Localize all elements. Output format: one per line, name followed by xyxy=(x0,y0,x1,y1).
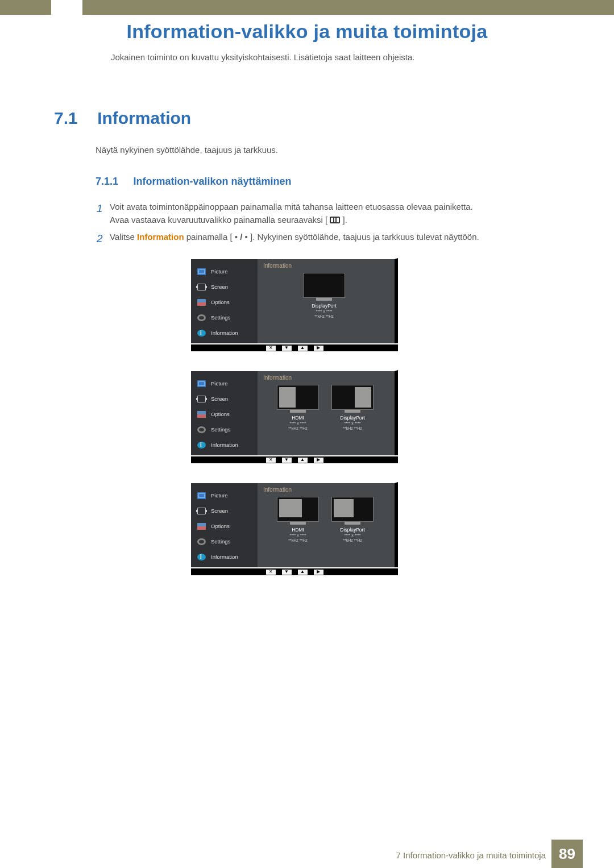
subsection-number: 7.1.1 xyxy=(96,176,118,187)
sidebar-item-settings[interactable]: Settings xyxy=(191,422,258,437)
nav-down-button[interactable]: ▼ xyxy=(282,346,292,351)
signal-resolution: **** x **** xyxy=(303,309,345,314)
step-number: 1 xyxy=(97,200,110,227)
monitor-left: HDMI **** x **** **kHz **Hz xyxy=(277,385,319,431)
sidebar-item-label: Picture xyxy=(211,268,228,275)
chapter-title: Information-valikko ja muita toimintoja xyxy=(0,20,614,43)
monitor-right: DisplayPort **** x **** **kHz **Hz xyxy=(331,497,374,543)
page-number: 89 xyxy=(551,840,583,868)
options-icon xyxy=(197,299,206,306)
sidebar-item-label: Settings xyxy=(211,538,230,545)
osd-pane-title: Information xyxy=(263,487,389,493)
sidebar-item-picture[interactable]: Picture xyxy=(191,488,258,503)
nav-right-button[interactable]: ▶ xyxy=(314,458,323,463)
sidebar-item-label: Settings xyxy=(211,314,230,321)
header-band xyxy=(0,0,614,15)
osd-panel-single: Picture Screen Options Settings Informat… xyxy=(191,258,398,351)
close-icon: ✕ xyxy=(269,346,273,350)
sidebar-item-label: Picture xyxy=(211,380,228,387)
sidebar-item-label: Screen xyxy=(211,396,228,402)
signal-source: HDMI xyxy=(277,527,319,533)
nav-close-button[interactable]: ✕ xyxy=(266,346,276,351)
section-desc: Näytä nykyinen syöttölähde, taajuus ja t… xyxy=(96,145,278,155)
close-icon: ✕ xyxy=(269,458,273,462)
step-2: 2 Valitse Information painamalla [ • / •… xyxy=(97,230,563,247)
signal-frequency: **kHz **Hz xyxy=(277,426,319,431)
signal-resolution: **** x **** xyxy=(331,533,374,538)
close-icon: ✕ xyxy=(269,570,273,574)
sidebar-item-screen[interactable]: Screen xyxy=(191,279,258,294)
nav-up-button[interactable]: ▲ xyxy=(298,570,308,575)
nav-right-button[interactable]: ▶ xyxy=(314,570,323,575)
signal-resolution: **** x **** xyxy=(331,421,374,426)
sidebar-item-label: Options xyxy=(211,411,230,417)
picture-icon xyxy=(197,492,206,499)
menu-icon xyxy=(330,217,340,223)
osd-sidebar: Picture Screen Options Settings Informat… xyxy=(191,371,258,455)
nav-close-button[interactable]: ✕ xyxy=(266,570,276,575)
step1-line1: Voit avata toimintonäppäinoppaan painama… xyxy=(110,202,473,211)
nav-up-button[interactable]: ▲ xyxy=(298,458,308,463)
settings-icon xyxy=(197,314,206,321)
sidebar-item-label: Options xyxy=(211,299,230,305)
section-header: 7.1 Information xyxy=(54,109,191,128)
sidebar-item-picture[interactable]: Picture xyxy=(191,376,258,391)
screen-icon xyxy=(197,396,206,402)
right-icon: ▶ xyxy=(317,458,320,462)
osd-sidebar: Picture Screen Options Settings Informat… xyxy=(191,259,258,343)
signal-frequency: **kHz **Hz xyxy=(331,426,374,431)
sidebar-item-label: Information xyxy=(211,442,238,448)
step2-d: • ]. Nykyinen syöttölähde, taajuus ja ta… xyxy=(242,232,479,242)
step-text: Valitse Information painamalla [ • / • ]… xyxy=(110,230,479,247)
sidebar-item-information[interactable]: Information xyxy=(191,325,258,340)
osd-panel-pbp: Picture Screen Options Settings Informat… xyxy=(191,370,398,463)
nav-down-button[interactable]: ▼ xyxy=(282,458,292,463)
sidebar-item-picture[interactable]: Picture xyxy=(191,264,258,279)
osd-navbar: ✕ ▼ ▲ ▶ xyxy=(191,455,398,463)
step-list: 1 Voit avata toimintonäppäinoppaan paina… xyxy=(97,200,563,250)
signal-source: DisplayPort xyxy=(331,415,374,421)
sidebar-item-options[interactable]: Options xyxy=(191,406,258,422)
nav-right-button[interactable]: ▶ xyxy=(314,346,323,351)
step1-line2b: ]. xyxy=(343,215,347,225)
step2-highlight: Information xyxy=(137,232,184,242)
signal-frequency: **kHz **Hz xyxy=(303,314,345,319)
osd-navbar: ✕ ▼ ▲ ▶ xyxy=(191,567,398,575)
nav-down-button[interactable]: ▼ xyxy=(282,570,292,575)
step2-b: painamalla [ • xyxy=(184,232,240,242)
step1-line2a: Avaa vastaava kuvaruutuvalikko painamall… xyxy=(110,215,330,225)
monitor-single: DisplayPort **** x **** **kHz **Hz xyxy=(303,273,345,319)
sidebar-item-information[interactable]: Information xyxy=(191,437,258,452)
right-icon: ▶ xyxy=(317,570,320,574)
sidebar-item-information[interactable]: Information xyxy=(191,549,258,564)
options-icon xyxy=(197,411,206,418)
monitor-right: DisplayPort **** x **** **kHz **Hz xyxy=(331,385,374,431)
down-icon: ▼ xyxy=(284,570,289,574)
step-text: Voit avata toimintonäppäinoppaan painama… xyxy=(110,200,473,227)
sidebar-item-label: Picture xyxy=(211,492,228,499)
page-footer: 7 Information-valikko ja muita toimintoj… xyxy=(0,840,614,868)
monitor-left: HDMI **** x **** **kHz **Hz xyxy=(277,497,319,543)
options-icon xyxy=(197,523,206,530)
up-icon: ▲ xyxy=(300,570,305,574)
section-title: Information xyxy=(97,109,191,128)
step2-a: Valitse xyxy=(110,232,137,242)
picture-icon xyxy=(197,268,206,275)
signal-frequency: **kHz **Hz xyxy=(331,538,374,543)
nav-close-button[interactable]: ✕ xyxy=(266,458,276,463)
signal-frequency: **kHz **Hz xyxy=(277,538,319,543)
sidebar-item-screen[interactable]: Screen xyxy=(191,503,258,518)
sidebar-item-settings[interactable]: Settings xyxy=(191,534,258,549)
nav-up-button[interactable]: ▲ xyxy=(298,346,308,351)
sidebar-item-screen[interactable]: Screen xyxy=(191,391,258,406)
picture-icon xyxy=(197,380,206,387)
signal-source: HDMI xyxy=(277,415,319,421)
osd-sidebar: Picture Screen Options Settings Informat… xyxy=(191,483,258,567)
sidebar-item-settings[interactable]: Settings xyxy=(191,310,258,325)
screen-icon xyxy=(197,508,206,514)
header-notch xyxy=(51,0,82,15)
sidebar-item-options[interactable]: Options xyxy=(191,518,258,534)
sidebar-item-options[interactable]: Options xyxy=(191,294,258,310)
down-icon: ▼ xyxy=(284,346,289,350)
osd-pane-title: Information xyxy=(263,375,389,381)
